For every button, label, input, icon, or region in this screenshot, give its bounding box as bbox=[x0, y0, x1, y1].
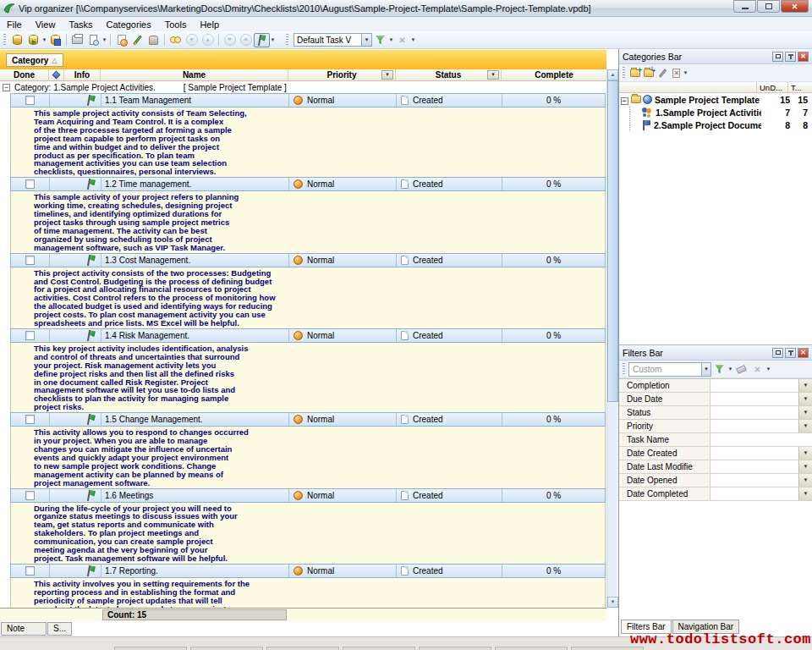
task-name[interactable]: 1.2 Time management. bbox=[102, 178, 289, 190]
task-complete-cell[interactable]: 0 % bbox=[502, 489, 605, 502]
grid-vertical-scrollbar[interactable]: ▲ ▼ bbox=[606, 69, 617, 608]
task-complete-cell[interactable]: 0 % bbox=[502, 329, 605, 342]
pin-panel-button[interactable] bbox=[785, 52, 796, 62]
task-row[interactable]: 1.4 Risk Management. Normal Created 0 % bbox=[10, 328, 606, 343]
close-panel-button[interactable]: ✕ bbox=[798, 52, 809, 62]
task-status-cell[interactable]: Created bbox=[397, 413, 502, 426]
filter-value-field[interactable] bbox=[710, 433, 812, 446]
filter-dropdown-button[interactable]: ▼ bbox=[798, 420, 812, 432]
status-filter-button[interactable]: ▼ bbox=[487, 70, 499, 80]
toolbar-overflow-icon[interactable]: ▼ bbox=[410, 37, 416, 42]
restore-panel-button[interactable] bbox=[772, 348, 783, 358]
move-up-button[interactable]: ▴ bbox=[200, 33, 216, 47]
filter-dropdown-button[interactable]: ▼ bbox=[798, 460, 812, 473]
filter-dropdown-button[interactable]: ▼ bbox=[798, 406, 812, 419]
filter-dropdown-button[interactable]: ▼ bbox=[798, 379, 812, 392]
clear-filter-button[interactable] bbox=[733, 362, 749, 377]
task-name[interactable]: 1.7 Reporting. bbox=[102, 565, 289, 577]
filter-value-field[interactable] bbox=[710, 406, 798, 419]
task-priority-cell[interactable]: Normal bbox=[289, 489, 397, 502]
delete-category-button[interactable] bbox=[669, 67, 683, 80]
task-priority-cell[interactable]: Normal bbox=[289, 94, 397, 107]
task-priority-cell[interactable]: Normal bbox=[289, 329, 397, 342]
filter-value-field[interactable] bbox=[710, 447, 798, 460]
clear-task-view-button[interactable]: ✕ bbox=[394, 33, 410, 47]
save-database-button[interactable] bbox=[47, 33, 63, 47]
filter-dropdown-button[interactable]: ▼ bbox=[798, 393, 812, 405]
task-row[interactable]: 1.5 Change Management. Normal Created 0 … bbox=[10, 412, 606, 427]
done-checkbox[interactable] bbox=[25, 256, 35, 265]
column-info[interactable]: Info bbox=[64, 69, 101, 80]
task-name[interactable]: 1.4 Risk Management. bbox=[102, 329, 289, 342]
task-description[interactable]: This project activity consists of the tw… bbox=[10, 267, 606, 328]
filter-dropdown-button[interactable]: ▼ bbox=[798, 488, 812, 500]
task-row[interactable]: 1.2 Time management. Normal Created 0 % bbox=[10, 177, 606, 191]
minimize-button[interactable] bbox=[733, 0, 756, 13]
task-status-cell[interactable]: Created bbox=[397, 178, 502, 190]
priority-filter-button[interactable]: ▼ bbox=[381, 70, 393, 80]
remove-filter-button[interactable]: ✕ bbox=[749, 362, 765, 377]
menu-view[interactable]: View bbox=[29, 18, 63, 31]
task-complete-cell[interactable]: 0 % bbox=[502, 178, 605, 190]
toolbar-grip[interactable] bbox=[3, 34, 6, 46]
column-done[interactable]: Done bbox=[0, 69, 49, 80]
task-description[interactable]: This activity allows you to respond to c… bbox=[10, 427, 606, 488]
move-down-button[interactable]: ▾ bbox=[184, 33, 200, 47]
done-checkbox[interactable] bbox=[25, 331, 35, 340]
close-button[interactable]: ✕ bbox=[781, 0, 809, 13]
task-priority-cell[interactable]: Normal bbox=[289, 178, 397, 190]
task-complete-cell[interactable]: 0 % bbox=[502, 254, 605, 267]
print-preview-button[interactable] bbox=[85, 33, 102, 47]
task-priority-cell[interactable]: Normal bbox=[289, 413, 397, 426]
toolbar-grip[interactable] bbox=[623, 67, 625, 79]
column-undone[interactable]: UnD... bbox=[757, 82, 788, 92]
apply-filter-dropdown-icon[interactable]: ▼ bbox=[727, 366, 733, 372]
filter-value-field[interactable] bbox=[710, 379, 798, 392]
menu-tasks[interactable]: Tasks bbox=[62, 18, 99, 31]
open-database-button[interactable] bbox=[25, 33, 41, 47]
filters-toolbar-overflow-icon[interactable]: ▼ bbox=[765, 366, 771, 372]
apply-view-dropdown-icon[interactable]: ▼ bbox=[388, 37, 394, 42]
column-complete[interactable]: Complete bbox=[502, 69, 606, 80]
done-checkbox[interactable] bbox=[25, 96, 35, 105]
tree-row-activities[interactable]: 1.Sample Project Activities. 7 7 bbox=[619, 106, 812, 118]
new-subcategory-button[interactable] bbox=[642, 67, 656, 80]
apply-task-view-button[interactable] bbox=[372, 33, 388, 47]
open-database-dropdown-icon[interactable]: ▼ bbox=[41, 37, 47, 42]
task-row[interactable]: 1.3 Cost Management. Normal Created 0 % bbox=[10, 253, 606, 267]
filter-value-field[interactable] bbox=[710, 420, 798, 432]
scroll-up-icon[interactable]: ▲ bbox=[607, 69, 618, 80]
flag-view-dropdown-icon[interactable]: ▼ bbox=[270, 37, 276, 42]
column-priority[interactable]: Priority ▼ bbox=[288, 69, 396, 80]
menu-help[interactable]: Help bbox=[193, 18, 226, 31]
edit-category-button[interactable] bbox=[656, 67, 669, 80]
task-status-cell[interactable]: Created bbox=[397, 489, 502, 502]
new-database-button[interactable] bbox=[9, 33, 25, 47]
print-button[interactable] bbox=[69, 33, 85, 47]
task-priority-cell[interactable]: Normal bbox=[289, 565, 397, 577]
print-dropdown-icon[interactable]: ▼ bbox=[102, 37, 107, 42]
done-checkbox[interactable] bbox=[25, 179, 35, 189]
filter-dropdown-button[interactable]: ▼ bbox=[798, 474, 812, 487]
task-description[interactable]: This activity involves you in setting re… bbox=[10, 578, 606, 608]
scrollbar-thumb[interactable] bbox=[607, 80, 618, 402]
column-status[interactable]: Status ▼ bbox=[396, 69, 502, 80]
task-complete-cell[interactable]: 0 % bbox=[502, 565, 605, 577]
filter-preset-combo[interactable]: Custom ▼ bbox=[628, 362, 711, 377]
group-by-category-button[interactable]: Category △ bbox=[6, 53, 63, 67]
task-description[interactable]: This sample project activity consists of… bbox=[10, 107, 606, 177]
task-description[interactable]: During the life-cycle of your project yo… bbox=[10, 503, 606, 564]
task-row[interactable]: 1.1 Team Management Normal Created 0 % bbox=[10, 93, 606, 107]
column-name[interactable]: Name bbox=[101, 69, 288, 80]
delete-task-button[interactable] bbox=[145, 33, 162, 47]
task-complete-cell[interactable]: 0 % bbox=[502, 413, 605, 426]
view-tasks-button[interactable] bbox=[167, 33, 184, 47]
flag-view-toggle[interactable] bbox=[254, 33, 270, 47]
new-task-button[interactable] bbox=[113, 33, 129, 47]
tree-row-documents[interactable]: 2.Sample Project Documents. 8 8 bbox=[619, 118, 812, 131]
column-note-indicator[interactable] bbox=[49, 69, 64, 80]
filter-dropdown-button[interactable]: ▼ bbox=[798, 447, 812, 460]
categories-toolbar-overflow-icon[interactable]: ▼ bbox=[683, 70, 689, 75]
apply-filter-button[interactable] bbox=[711, 362, 727, 377]
toolbar-grip[interactable] bbox=[623, 363, 625, 375]
